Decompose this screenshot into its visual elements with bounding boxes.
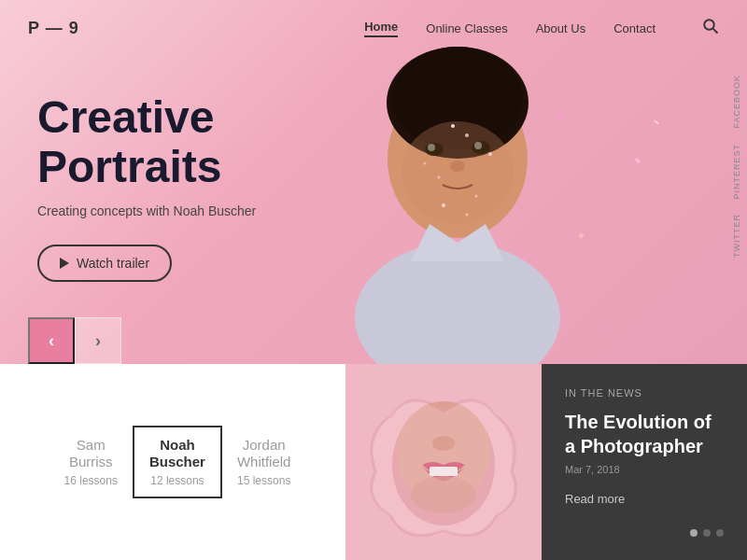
- news-dot-2[interactable]: [703, 529, 711, 537]
- instructor-sam-name: SamBurriss: [64, 437, 118, 470]
- svg-point-10: [428, 144, 435, 151]
- instructor-jordan-name: JordanWhitfield: [237, 437, 291, 470]
- hero-title: Creative Portraits: [37, 93, 364, 192]
- svg-point-19: [466, 214, 469, 217]
- svg-point-12: [450, 161, 465, 172]
- svg-point-16: [451, 124, 455, 128]
- svg-line-1: [713, 28, 718, 33]
- social-sidebar: Facebook Pinterest Twitter: [732, 75, 747, 258]
- social-facebook[interactable]: Facebook: [732, 75, 741, 129]
- nav-online-classes[interactable]: Online Classes: [426, 21, 507, 35]
- svg-point-11: [474, 142, 482, 149]
- instructor-sam[interactable]: SamBurriss 16 lessons: [49, 427, 133, 497]
- carousel-prev-button[interactable]: ‹: [28, 317, 75, 364]
- nav-home[interactable]: Home: [364, 20, 398, 37]
- news-date: Mar 7, 2018: [565, 464, 724, 475]
- hero-content: Creative Portraits Creating concepts wit…: [37, 93, 364, 282]
- news-dot-1[interactable]: [690, 529, 698, 537]
- news-section-label: In The News: [565, 387, 724, 399]
- news-read-more-link[interactable]: Read more: [565, 492, 625, 506]
- svg-point-20: [442, 203, 445, 207]
- svg-point-7: [402, 121, 514, 224]
- watch-trailer-button[interactable]: Watch trailer: [37, 245, 172, 282]
- search-icon[interactable]: [702, 18, 719, 39]
- watch-trailer-label: Watch trailer: [77, 256, 149, 271]
- svg-point-0: [704, 20, 714, 30]
- middle-image-panel: [345, 364, 542, 560]
- social-pinterest[interactable]: Pinterest: [732, 144, 741, 200]
- news-pagination-dots: [690, 529, 724, 537]
- instructor-sam-lessons: 16 lessons: [64, 474, 118, 487]
- carousel-next-button[interactable]: ›: [75, 317, 121, 364]
- logo: P — 9: [28, 19, 79, 38]
- svg-point-15: [475, 195, 478, 198]
- svg-point-17: [424, 162, 427, 165]
- svg-point-13: [465, 133, 469, 137]
- social-twitter[interactable]: Twitter: [732, 214, 741, 258]
- bottom-section: SamBurriss 16 lessons NoahBuscher 12 les…: [0, 364, 747, 560]
- navigation: P — 9 Home Online Classes About Us Conta…: [0, 0, 747, 56]
- instructor-noah-lessons: 12 lessons: [149, 474, 205, 487]
- play-icon: [60, 258, 69, 269]
- news-dot-3[interactable]: [716, 529, 724, 537]
- instructor-jordan-lessons: 15 lessons: [237, 474, 291, 487]
- svg-point-14: [438, 176, 441, 179]
- nav-links: Home Online Classes About Us Contact: [364, 18, 719, 39]
- hero-subtitle: Creating concepts with Noah Buscher: [37, 203, 364, 218]
- instructors-panel: SamBurriss 16 lessons NoahBuscher 12 les…: [0, 364, 345, 560]
- instructor-jordan[interactable]: JordanWhitfield 15 lessons: [222, 427, 306, 497]
- instructor-noah-name: NoahBuscher: [149, 437, 205, 470]
- nav-about[interactable]: About Us: [536, 21, 585, 35]
- instructor-noah[interactable]: NoahBuscher 12 lessons: [133, 426, 222, 498]
- svg-point-18: [488, 152, 492, 156]
- news-title: The Evolution of a Photographer: [565, 410, 724, 458]
- news-panel: In The News The Evolution of a Photograp…: [542, 364, 747, 560]
- carousel-navigation: ‹ ›: [28, 317, 121, 364]
- nav-contact[interactable]: Contact: [613, 21, 655, 35]
